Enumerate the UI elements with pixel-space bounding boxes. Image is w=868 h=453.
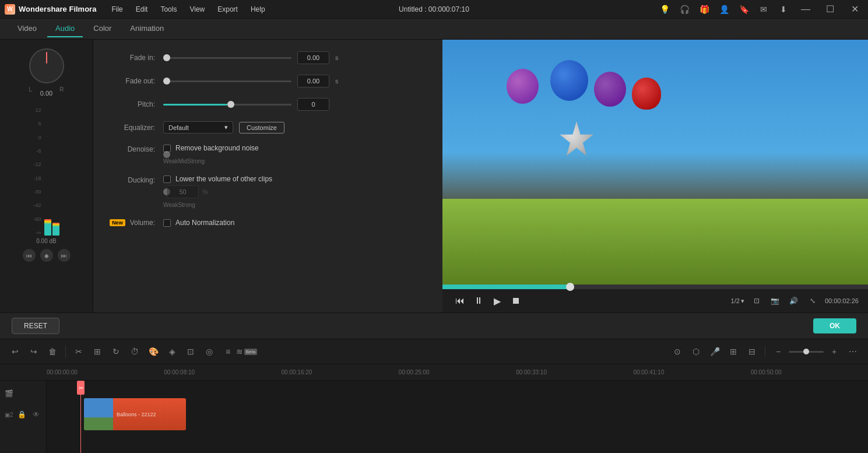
fullscreen-btn[interactable]: ⤡ — [806, 294, 819, 307]
cut-button[interactable]: ✂ — [71, 343, 87, 360]
color-button[interactable]: 🎨 — [145, 343, 161, 360]
db-meter: 12 6 0 -6 -12 -18 -30 -42 -60 -∞ — [33, 101, 59, 236]
volume-row: New Volume: Auto Normalization — [111, 219, 425, 227]
delete-button[interactable]: 🗑 — [44, 343, 61, 360]
pitch-thumb[interactable] — [227, 101, 234, 108]
pitch-value[interactable]: 0 — [297, 98, 329, 111]
eye-icon[interactable]: 👁 — [31, 409, 41, 420]
fade-out-row: Fade out: 0.00 s — [111, 75, 425, 87]
next-btn[interactable]: ⏭ — [58, 249, 71, 262]
menu-tools[interactable]: Tools — [154, 3, 182, 16]
app-logo-icon: W — [5, 4, 15, 15]
mask-button[interactable]: ◈ — [164, 343, 180, 360]
redo-button[interactable]: ↪ — [26, 343, 42, 360]
camera-btn[interactable]: 📷 — [769, 294, 782, 307]
headphone-icon[interactable]: 🎧 — [678, 3, 691, 16]
zoom-thumb[interactable] — [803, 349, 809, 354]
tab-animation[interactable]: Animation — [122, 20, 172, 37]
fade-out-thumb[interactable] — [163, 78, 170, 85]
menu-export[interactable]: Export — [212, 3, 244, 16]
speed-button[interactable]: ⏱ — [126, 343, 143, 360]
ai-tools-button[interactable]: ≋ Beta — [238, 343, 255, 360]
ducking-weak: Weak — [163, 202, 178, 208]
fade-in-value[interactable]: 0.00 — [297, 51, 329, 64]
crop-button[interactable]: ⊞ — [89, 343, 106, 360]
download-icon[interactable]: ⬇ — [777, 3, 790, 16]
volume-control: Auto Normalization — [163, 219, 425, 227]
menu-edit[interactable]: Edit — [130, 3, 154, 16]
step-forward-btn[interactable]: ⏸ — [470, 293, 487, 309]
pitch-slider[interactable] — [163, 104, 291, 106]
denoise-checkbox-label: Remove background noise — [175, 144, 259, 152]
audio-track-btn[interactable]: ⬡ — [688, 343, 704, 360]
left-label: L — [29, 86, 33, 93]
rotate-button[interactable]: ↻ — [108, 343, 124, 360]
split-button[interactable]: ⊡ — [182, 343, 199, 360]
gift-icon[interactable]: 🎁 — [698, 3, 711, 16]
zoom-out-btn[interactable]: − — [770, 343, 786, 360]
close-button[interactable]: ✕ — [846, 3, 863, 16]
ducking-label: Ducking: — [111, 175, 163, 184]
volume-knob[interactable]: L R — [26, 45, 67, 86]
light-icon[interactable]: 💡 — [658, 3, 671, 16]
minimize-button[interactable]: — — [797, 3, 814, 16]
volume-btn[interactable]: 🔊 — [788, 294, 800, 307]
menu-file[interactable]: File — [106, 3, 128, 16]
undo-button[interactable]: ↩ — [7, 343, 23, 360]
window-title: Untitled : 00:000:07:10 — [399, 5, 469, 13]
chevron-down-icon: ▾ — [224, 124, 228, 131]
split-screen-btn[interactable]: ⊟ — [744, 343, 760, 360]
play-btn[interactable]: ▶ — [489, 293, 505, 309]
ok-button[interactable]: OK — [813, 318, 856, 333]
db-unit: dB — [50, 238, 57, 244]
screen-btn[interactable]: ⊡ — [750, 294, 763, 307]
color-grade-btn[interactable]: ⊙ — [669, 343, 686, 360]
fade-out-slider[interactable] — [163, 80, 291, 82]
adjust-button[interactable]: ≡ — [220, 343, 236, 360]
menu-help[interactable]: Help — [245, 3, 271, 16]
zoom-in-btn[interactable]: + — [826, 343, 842, 360]
page-selector[interactable]: 1/2 ▾ — [731, 297, 744, 305]
stop-btn[interactable]: ⏹ — [508, 293, 524, 309]
bookmark-icon[interactable]: 🔖 — [737, 3, 750, 16]
maximize-button[interactable]: ☐ — [821, 3, 839, 16]
time-mark-3: 00:00:25:00 — [399, 369, 516, 375]
user-icon[interactable]: 👤 — [718, 3, 730, 16]
knob-circle[interactable] — [29, 48, 64, 83]
more-btn[interactable]: ⋯ — [845, 343, 861, 360]
equalizer-select[interactable]: Default ▾ — [163, 121, 233, 134]
voice-btn[interactable]: 🎤 — [707, 343, 723, 360]
fade-in-thumb[interactable] — [163, 54, 170, 61]
video-progress-thumb[interactable] — [566, 283, 574, 291]
zoom-slider[interactable] — [789, 351, 824, 353]
tab-video[interactable]: Video — [9, 20, 45, 37]
prev-btn[interactable]: ⏮ — [23, 249, 36, 262]
page-chevron-icon: ▾ — [741, 297, 744, 305]
ducking-checkbox-row: Lower the volume of other clips — [163, 175, 272, 183]
video-panel: ⏮ ⏸ ▶ ⏹ 1/2 ▾ ⊡ 📷 🔊 ⤡ 00:00:02:26 — [442, 40, 868, 312]
sky — [442, 40, 868, 199]
step-back-btn[interactable]: ⏮ — [452, 293, 468, 309]
denoise-strength-labels: Weak Mid Strong — [163, 158, 205, 164]
timeline-header: 00:00:00:00 00:00:08:10 00:00:16:20 00:0… — [0, 364, 868, 381]
timeline-tracks[interactable]: ✂ Balloons - 22122 — [47, 381, 868, 453]
mail-icon[interactable]: ✉ — [757, 3, 770, 16]
reset-button[interactable]: RESET — [12, 318, 59, 334]
ducking-checkbox[interactable] — [163, 175, 171, 183]
auto-norm-checkbox[interactable] — [163, 219, 171, 227]
subtitle-btn[interactable]: ⊞ — [725, 343, 742, 360]
fade-out-value[interactable]: 0.00 — [297, 75, 329, 87]
reset-level-btn[interactable]: ◆ — [40, 249, 53, 262]
video-clip[interactable]: Balloons - 22122 — [84, 398, 186, 430]
customize-button[interactable]: Customize — [239, 122, 284, 134]
fade-in-slider[interactable] — [163, 57, 291, 59]
playhead-handle[interactable]: ✂ — [77, 381, 85, 395]
menu-view[interactable]: View — [184, 3, 210, 16]
menu-bar: File Edit Tools View Export Help — [106, 3, 270, 16]
denoise-weak: Weak — [163, 158, 178, 164]
tab-audio[interactable]: Audio — [47, 20, 83, 37]
lock-icon[interactable]: 🔒 — [17, 409, 27, 420]
tab-color[interactable]: Color — [85, 20, 120, 37]
stabilize-button[interactable]: ◎ — [201, 343, 217, 360]
video-progress[interactable] — [442, 285, 868, 289]
